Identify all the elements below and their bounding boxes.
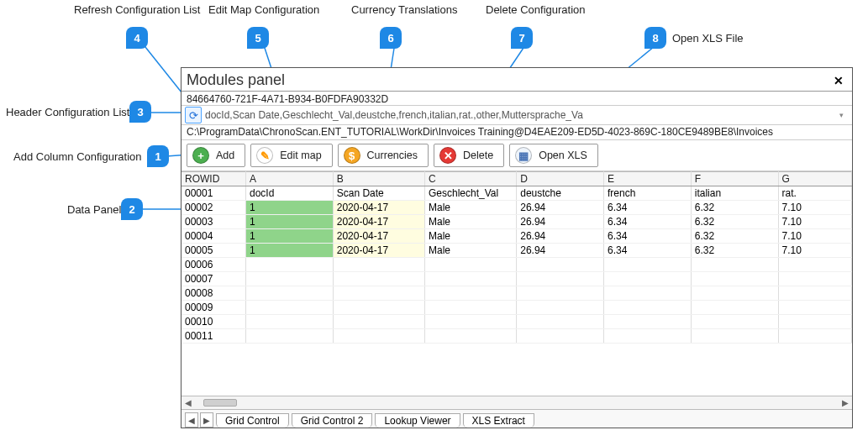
panel-title: Modules panel [187,71,285,89]
currencies-button-label: Currencies [367,150,418,161]
delete-icon: ✕ [439,147,456,164]
callout-badge-3: 3 [129,101,151,123]
callout-label-1: Add Column Configuration [13,150,141,163]
table-row[interactable]: 00004 1 2020-04-17 Male 26.94 6.34 6.32 … [181,229,852,244]
cell: Male [424,244,516,258]
table-row[interactable]: 00010 [181,315,852,329]
delete-button[interactable]: ✕ Delete [434,144,504,167]
callout-badge-2: 2 [121,198,143,220]
tab-nav-left[interactable]: ◀ [185,412,198,428]
cell: 6.32 [691,215,778,229]
tab-grid-control[interactable]: Grid Control [216,413,289,428]
columns-dropdown[interactable]: docId,Scan Date,Geschlecht_Val,deustche,… [203,108,838,122]
edit-map-button[interactable]: ✎ Edit map [250,144,332,167]
add-button[interactable]: + Add [187,144,245,167]
scroll-thumb[interactable] [203,399,237,407]
table-row[interactable]: 00001 docId Scan Date Geschlecht_Val deu… [181,186,852,201]
table-row[interactable]: 00008 [181,286,852,301]
col-C[interactable]: C [424,172,516,186]
cell: Male [424,229,516,244]
cell-rowid: 00011 [181,329,245,344]
cell: 7.10 [778,201,851,215]
cell: Male [424,201,516,215]
header-config-row: ⟳ docId,Scan Date,Geschlecht_Val,deustch… [181,105,852,124]
callout-badge-6: 6 [380,27,402,49]
callout-badge-5: 5 [247,27,269,49]
open-xls-button[interactable]: ▦ Open XLS [509,144,598,167]
cell: 1 [245,201,333,215]
table-row[interactable]: 00006 [181,258,852,272]
callout-label-5: Edit Map Configuration [208,3,319,16]
grid-header-row: ROWID A B C D E F G [181,172,852,186]
cell: 26.94 [517,215,604,229]
callout-label-4: Refresh Configuration List [74,3,200,16]
table-row[interactable]: 00007 [181,272,852,286]
currencies-button[interactable]: $ Currencies [338,144,429,167]
col-G[interactable]: G [778,172,851,186]
bottom-tabbar: ◀ ▶ Grid Control Grid Control 2 Lookup V… [181,409,852,428]
panel-titlebar: Modules panel ✕ [181,68,852,92]
cell: italian [691,186,778,201]
edit-map-button-label: Edit map [280,150,321,161]
cell-rowid: 00007 [181,272,245,286]
cell-rowid: 00003 [181,215,245,229]
cell: 1 [245,229,333,244]
col-B[interactable]: B [333,172,424,186]
table-row[interactable]: 00005 1 2020-04-17 Male 26.94 6.34 6.32 … [181,244,852,258]
columns-dropdown-text: docId,Scan Date,Geschlecht_Val,deustche,… [205,109,583,121]
table-row[interactable]: 00003 1 2020-04-17 Male 26.94 6.34 6.32 … [181,215,852,229]
tab-xls-extract[interactable]: XLS Extract [463,413,534,428]
toolbar: + Add ✎ Edit map $ Currencies ✕ Delete ▦… [181,139,852,171]
cell-rowid: 00009 [181,301,245,315]
refresh-icon: ⟳ [189,109,198,122]
cell: 6.34 [604,201,692,215]
cell: 6.32 [691,244,778,258]
cell: 7.10 [778,229,851,244]
cell: deustche [517,186,604,201]
scroll-left-icon[interactable]: ◀ [181,398,195,407]
callout-label-6: Currency Translations [351,3,457,16]
delete-button-label: Delete [463,150,493,161]
table-row[interactable]: 00011 [181,329,852,344]
cell: 26.94 [517,244,604,258]
cell: 6.34 [604,229,692,244]
callout-badge-1: 1 [147,145,169,167]
cell: 2020-04-17 [333,215,424,229]
refresh-button[interactable]: ⟳ [185,107,202,123]
col-F[interactable]: F [691,172,778,186]
file-path: C:\ProgramData\ChronoScan.ENT_TUTORIAL\W… [181,124,852,139]
table-row[interactable]: 00002 1 2020-04-17 Male 26.94 6.34 6.32 … [181,201,852,215]
col-A[interactable]: A [245,172,333,186]
cell-rowid: 00005 [181,244,245,258]
tab-lookup-viewer[interactable]: Lookup Viewer [375,413,460,428]
col-rowid[interactable]: ROWID [181,172,245,186]
scroll-right-icon[interactable]: ▶ [839,398,852,407]
close-button[interactable]: ✕ [830,74,847,87]
cell: 26.94 [517,229,604,244]
cell: 6.32 [691,201,778,215]
col-E[interactable]: E [604,172,692,186]
cell: Geschlecht_Val [424,186,516,201]
cell: 1 [245,215,333,229]
horizontal-scrollbar[interactable]: ◀ ▶ [181,396,852,409]
cell: 6.32 [691,229,778,244]
col-D[interactable]: D [517,172,604,186]
tab-grid-control-2[interactable]: Grid Control 2 [292,413,373,428]
add-button-label: Add [216,150,234,161]
data-grid[interactable]: ROWID A B C D E F G 00001 docId Scan Dat… [181,171,852,409]
callout-label-7: Delete Configuration [486,3,586,16]
cell-rowid: 00010 [181,315,245,329]
cell-rowid: 00001 [181,186,245,201]
tab-nav-right[interactable]: ▶ [200,412,213,428]
table-row[interactable]: 00009 [181,301,852,315]
open-xls-button-label: Open XLS [539,150,587,161]
cell: 2020-04-17 [333,244,424,258]
callout-badge-4: 4 [126,27,148,49]
cell: 26.94 [517,201,604,215]
cell: 6.34 [604,215,692,229]
callout-label-3: Header Configuration List [6,106,129,118]
cell-rowid: 00004 [181,229,245,244]
cell: Scan Date [333,186,424,201]
pencil-icon: ✎ [256,147,273,164]
cell: 1 [245,244,333,258]
